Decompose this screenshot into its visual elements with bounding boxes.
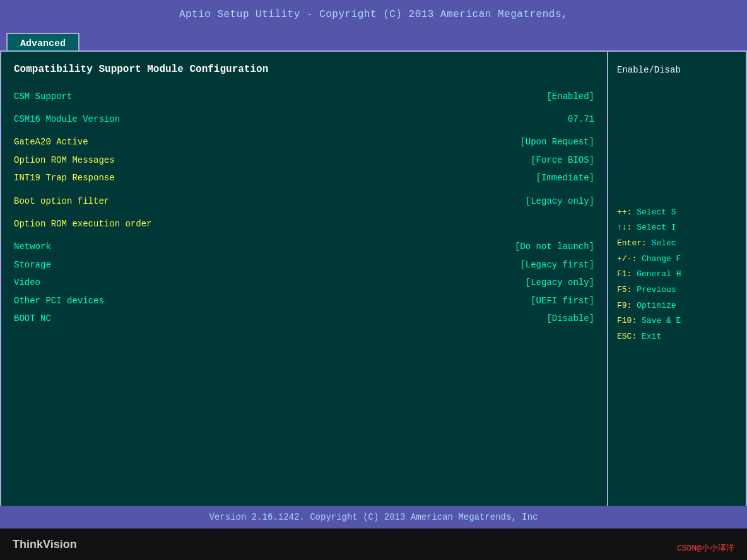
tab-strip: Advanced xyxy=(0,29,747,50)
help-f1: F1: General H xyxy=(617,267,737,283)
config-row-option-rom-msg[interactable]: Option ROM Messages [Force BIOS] xyxy=(14,152,594,168)
config-row-csm16[interactable]: CSM16 Module Version 07.71 xyxy=(14,111,594,127)
tab-advanced-label: Advanced xyxy=(20,38,66,49)
option-rom-msg-label: Option ROM Messages xyxy=(14,153,191,167)
help-enter: Enter: Selec xyxy=(617,236,737,252)
boot-filter-label: Boot option filter xyxy=(14,194,191,208)
right-panel-description: Enable/Disab xyxy=(617,62,737,79)
other-pci-label: Other PCI devices xyxy=(14,294,191,308)
csm16-label: CSM16 Module Version xyxy=(14,112,191,126)
config-row-network[interactable]: Network [Do not launch] xyxy=(14,238,594,255)
version-bar: Version 2.16.1242. Copyright (C) 2013 Am… xyxy=(0,506,747,528)
config-row-other-pci[interactable]: Other PCI devices [UEFI first] xyxy=(14,293,594,309)
option-rom-msg-value: [Force BIOS] xyxy=(531,153,594,167)
right-panel: Enable/Disab ++: Select S ↑↓: Select I E… xyxy=(608,50,747,528)
network-label: Network xyxy=(14,240,191,254)
csdn-watermark: CSDN@小小泽洋 xyxy=(677,542,734,554)
config-row-boot-nc[interactable]: BOOT NC [Disable] xyxy=(14,310,594,327)
int19-label: INT19 Trap Response xyxy=(14,171,191,185)
content-wrapper: Compatibility Support Module Configurati… xyxy=(0,50,747,528)
help-select-screen: ++: Select S xyxy=(617,205,737,221)
tab-advanced[interactable]: Advanced xyxy=(6,33,79,50)
gatea20-label: GateA20 Active xyxy=(14,135,191,149)
storage-value: [Legacy first] xyxy=(520,258,594,272)
thinkvision-logo: ThinkVision xyxy=(13,538,77,551)
help-select-item: ↑↓: Select I xyxy=(617,220,737,236)
bottom-bar: ThinkVision CSDN@小小泽洋 xyxy=(0,528,747,560)
video-value: [Legacy only] xyxy=(526,276,594,289)
help-change: +/-: Change F xyxy=(617,252,737,267)
help-f10: F10: Save & E xyxy=(617,313,737,329)
title-text: Aptio Setup Utility - Copyright (C) 2013… xyxy=(179,9,568,20)
csm-support-value: [Enabled] xyxy=(546,90,594,103)
video-label: Video xyxy=(14,276,191,289)
version-text: Version 2.16.1242. Copyright (C) 2013 Am… xyxy=(209,512,538,522)
config-row-int19[interactable]: INT19 Trap Response [Immediate] xyxy=(14,170,594,186)
network-value: [Do not launch] xyxy=(515,240,594,254)
left-panel: Compatibility Support Module Configurati… xyxy=(0,50,608,528)
storage-label: Storage xyxy=(14,258,191,272)
help-f9: F9: Optimize xyxy=(617,298,737,314)
config-row-boot-filter[interactable]: Boot option filter [Legacy only] xyxy=(14,193,594,209)
config-row-gatea20[interactable]: GateA20 Active [Upon Request] xyxy=(14,134,594,150)
boot-filter-value: [Legacy only] xyxy=(526,194,594,208)
title-bar: Aptio Setup Utility - Copyright (C) 2013… xyxy=(0,0,747,29)
section-title: Compatibility Support Module Configurati… xyxy=(14,62,594,78)
boot-nc-label: BOOT NC xyxy=(14,312,191,325)
help-f5: F5: Previous xyxy=(617,283,737,298)
other-pci-value: [UEFI first] xyxy=(531,294,594,308)
csm-support-label: CSM Support xyxy=(14,90,191,103)
config-row-csm-support[interactable]: CSM Support [Enabled] xyxy=(14,88,594,105)
thinkvision-text: ThinkVision xyxy=(13,538,77,551)
option-rom-exec-label: Option ROM execution order xyxy=(14,217,191,231)
config-row-video[interactable]: Video [Legacy only] xyxy=(14,274,594,291)
gatea20-value: [Upon Request] xyxy=(520,135,594,149)
config-row-option-rom-exec[interactable]: Option ROM execution order xyxy=(14,216,594,232)
csm16-value: 07.71 xyxy=(568,112,594,126)
help-esc: ESC: Exit xyxy=(617,329,737,345)
int19-value: [Immediate] xyxy=(536,171,594,185)
bios-screen: Aptio Setup Utility - Copyright (C) 2013… xyxy=(0,0,747,560)
boot-nc-value: [Disable] xyxy=(546,312,594,325)
config-row-storage[interactable]: Storage [Legacy first] xyxy=(14,257,594,273)
